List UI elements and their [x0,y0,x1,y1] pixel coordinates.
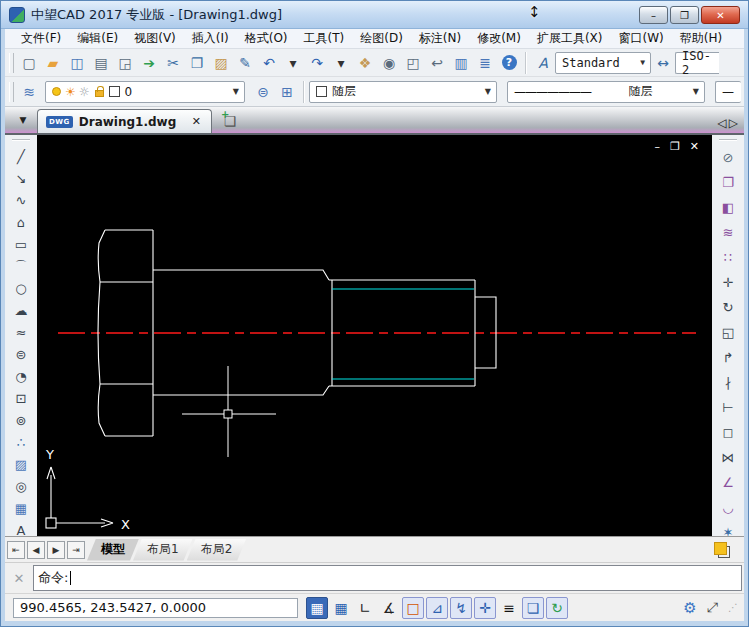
lineweight-select[interactable]: — [715,81,741,103]
ortho-toggle-button[interactable]: ∟ [354,597,376,619]
layout-tab[interactable]: 模型 [87,539,139,561]
dyn-toggle-button[interactable]: ✛ [474,597,496,619]
zoom-realtime-button[interactable]: ◉ [377,51,401,75]
layer-previous-button[interactable]: ⊜ [251,80,275,104]
offset-tool-button[interactable]: ≋ [715,220,741,245]
new-tab-button[interactable]: ❏ + [218,110,242,132]
help-button[interactable]: ? [497,51,521,75]
linetype-select[interactable]: ——————— 随层 ▼ [507,81,705,103]
modelspace-toggle-button[interactable]: ❏ [522,597,544,619]
extend-tool-button[interactable]: ⊢ [715,395,741,420]
toolbar-grip[interactable] [9,82,14,102]
settings-gear-icon[interactable]: ⚙ [683,599,696,617]
otrack-toggle-button[interactable]: ⊿ [426,597,448,619]
undo-dropdown-button[interactable]: ▾ [281,51,305,75]
command-close-icon[interactable]: ✕ [14,571,25,586]
insert-block-tool-button[interactable]: ⊡ [8,387,34,409]
minimize-button[interactable]: – [639,6,668,24]
table-tool-button[interactable]: ▦ [8,497,34,519]
layer-states-button[interactable]: ⊞ [275,80,299,104]
scale-tool-button[interactable]: ◱ [715,320,741,345]
layout-tab[interactable]: 布局2 [187,539,247,561]
text-style-select[interactable]: Standard ▼ [555,52,651,74]
layout-nav-button[interactable]: ◀ [27,541,45,559]
tab-drawing1[interactable]: DWG Drawing1.dwg ✕ [37,109,212,133]
stretch-tool-button[interactable]: ↱ [715,345,741,370]
snap-toggle-button[interactable]: ▦ [306,597,328,619]
doc-restore-button[interactable]: ❐ [670,141,680,152]
array-tool-button[interactable]: ∷ [715,245,741,270]
circle-tool-button[interactable]: ○ [8,277,34,299]
menu-item[interactable]: 插入(I) [184,28,237,49]
drawing-canvas[interactable]: Y X – ❐ ✕ [37,135,712,536]
fullscreen-icon[interactable]: ⤢ [707,599,718,616]
trim-tool-button[interactable]: ∤ [715,370,741,395]
redo-button[interactable]: ↷ [305,51,329,75]
text-style-button[interactable]: A [531,51,555,75]
menu-item[interactable]: 格式(O) [237,28,296,49]
open-file-button[interactable]: ▰ [41,51,65,75]
rotate-tool-button[interactable]: ↻ [715,295,741,320]
ducs-toggle-button[interactable]: ↯ [450,597,472,619]
paste-button[interactable]: ▨ [209,51,233,75]
osnap-toggle-button[interactable]: □ [402,597,424,619]
format-painter-button[interactable]: ✎ [233,51,257,75]
zoom-window-button[interactable]: ◰ [401,51,425,75]
ellipse-tool-button[interactable]: ⊜ [8,343,34,365]
doc-minimize-button[interactable]: – [654,141,660,152]
doc-close-button[interactable]: ✕ [690,141,699,152]
polar-toggle-button[interactable]: ∡ [378,597,400,619]
menu-item[interactable]: 修改(M) [469,28,529,49]
print-preview-button[interactable]: ◲ [113,51,137,75]
tab-close-icon[interactable]: ✕ [190,115,203,128]
toolbar-grip[interactable] [719,139,737,141]
move-tool-button[interactable]: ✛ [715,270,741,295]
join-tool-button[interactable]: ⋈ [715,445,741,470]
menu-item[interactable]: 工具(T) [296,28,353,49]
grid-toggle-button[interactable]: ▦ [330,597,352,619]
line-tool-button[interactable]: ╱ [8,145,34,167]
toolbar-grip[interactable] [9,53,14,73]
resize-grip-icon[interactable]: ⋰ [728,602,738,613]
zoom-previous-button[interactable]: ↩ [425,51,449,75]
layout-nav-button[interactable]: ⇥ [67,541,85,559]
restore-button[interactable]: ❐ [670,6,699,24]
export-button[interactable]: ➔ [137,51,161,75]
mirror-tool-button[interactable]: ◧ [715,195,741,220]
polyline-tool-button[interactable]: ∿ [8,189,34,211]
lineweight-toggle-button[interactable]: ≡ [498,597,520,619]
command-input[interactable]: 命令: [33,565,742,591]
color-select[interactable]: 随层 ▼ [309,81,497,103]
menu-item[interactable]: 文件(F) [13,28,69,49]
fillet-tool-button[interactable]: ◡ [715,495,741,520]
menu-item[interactable]: 扩展工具(X) [529,28,611,49]
spline-tool-button[interactable]: ≈ [8,321,34,343]
print-button[interactable]: ▤ [89,51,113,75]
quickcalc-button[interactable]: ≣ [473,51,497,75]
polygon-tool-button[interactable]: ⌂ [8,211,34,233]
ellipse-arc-tool-button[interactable]: ◔ [8,365,34,387]
erase-tool-button[interactable]: ⊘ [715,145,741,170]
dim-style-button[interactable]: ↔ [651,51,675,75]
hatch-tool-button[interactable]: ▨ [8,453,34,475]
tab-scroll-right-button[interactable]: ▷ [729,116,738,130]
arc-tool-button[interactable]: ⌒ [8,255,34,277]
layer-select[interactable]: ☀ ☼ 0 ▼ [45,81,245,103]
make-block-tool-button[interactable]: ⊚ [8,409,34,431]
layer-manager-button[interactable]: ≋ [17,80,41,104]
new-file-button[interactable]: ▢ [17,51,41,75]
menu-item[interactable]: 视图(V) [126,28,184,49]
copy-button[interactable]: ❐ [185,51,209,75]
redo-dropdown-button[interactable]: ▾ [329,51,353,75]
tab-scroll-left-button[interactable]: ◁ [718,116,727,130]
menu-item[interactable]: 编辑(E) [69,28,126,49]
donut-tool-button[interactable]: ◎ [8,475,34,497]
menu-item[interactable]: 绘图(D) [352,28,411,49]
close-button[interactable]: ✕ [701,6,740,24]
tab-list-dropdown-button[interactable]: ▼ [13,110,33,130]
properties-button[interactable]: ▥ [449,51,473,75]
menu-item[interactable]: 标注(N) [411,28,469,49]
rectangle-tool-button[interactable]: ▭ [8,233,34,255]
toolbar-grip[interactable] [12,139,30,141]
menu-item[interactable]: 帮助(H) [672,28,730,49]
